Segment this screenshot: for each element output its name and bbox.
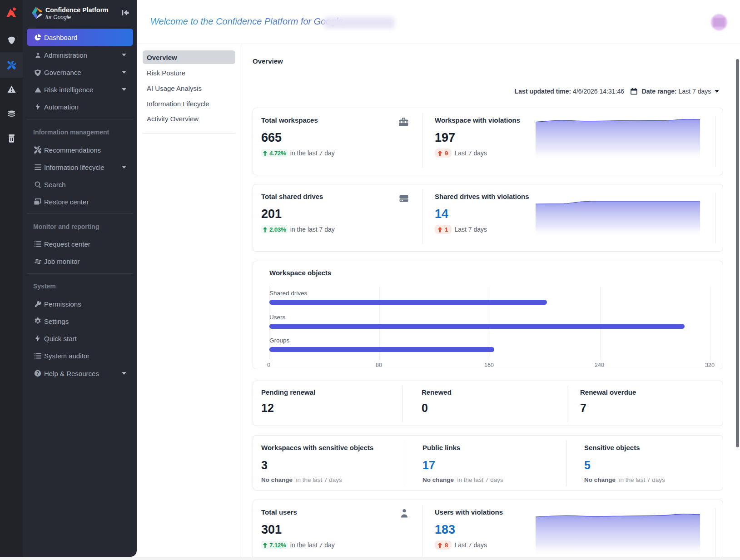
- svg-text:?: ?: [36, 371, 39, 376]
